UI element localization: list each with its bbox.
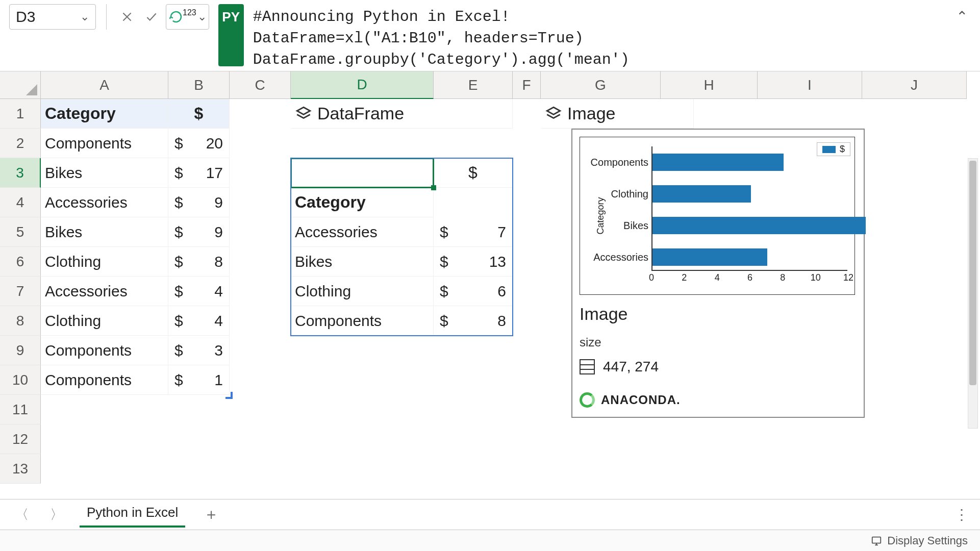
column-header[interactable]: F [513, 71, 541, 99]
table-row[interactable]: Clothing [41, 247, 168, 277]
card-size-label: size [580, 335, 857, 349]
df-row[interactable]: Bikes [291, 247, 434, 277]
dataframe-label[interactable]: DataFrame [291, 99, 513, 129]
table-row[interactable]: Bikes [41, 158, 168, 188]
anaconda-brand-row: ANACONDA. [580, 392, 857, 408]
column-header[interactable]: A [41, 71, 168, 99]
table-row[interactable]: Clothing [41, 306, 168, 336]
row-header[interactable]: 7 [0, 277, 41, 306]
fill-handle[interactable] [431, 185, 436, 190]
table-row[interactable]: $8 [168, 247, 230, 277]
row-header[interactable]: 9 [0, 336, 41, 365]
scrollbar-thumb[interactable] [969, 161, 976, 385]
anaconda-brand: ANACONDA. [601, 393, 681, 407]
vertical-scrollbar[interactable] [968, 158, 978, 429]
column-header[interactable]: D [291, 71, 434, 99]
formula-code[interactable]: #Announcing Python in Excel! DataFrame=x… [253, 4, 971, 67]
sheet-menu-button[interactable]: ⋮ [954, 506, 970, 523]
table-row[interactable]: Accessories [41, 188, 168, 217]
table-row[interactable]: Components [41, 365, 168, 395]
column-header[interactable]: I [758, 71, 862, 99]
row-header[interactable]: 4 [0, 188, 41, 217]
column-header[interactable]: B [168, 71, 230, 99]
python-mode-dropdown[interactable]: 123 ⌄ [166, 4, 209, 30]
bar-category-label: Accessories [587, 252, 648, 263]
column-headers: ABCDEFGHIJ [41, 71, 967, 99]
table-row[interactable]: $3 [168, 336, 230, 365]
bar [652, 154, 784, 171]
name-box[interactable]: D3 ⌄ [9, 4, 96, 30]
row-header[interactable]: 13 [0, 454, 41, 484]
column-header[interactable]: J [862, 71, 967, 99]
row-header[interactable]: 10 [0, 365, 41, 395]
cell-reference: D3 [16, 8, 35, 26]
table-header[interactable]: Category [41, 99, 168, 129]
add-sheet-button[interactable]: ＋ [196, 502, 226, 527]
anaconda-logo-icon [580, 392, 595, 408]
row-header[interactable]: 5 [0, 217, 41, 247]
row-header[interactable]: 6 [0, 247, 41, 277]
chevron-down-icon[interactable]: ⌄ [197, 10, 207, 23]
row-header[interactable]: 1 [0, 99, 41, 129]
df-row[interactable]: Components [291, 306, 434, 336]
table-header[interactable]: $ [168, 99, 230, 129]
table-row[interactable]: Accessories [41, 277, 168, 306]
spreadsheet-grid: ABCDEFGHIJ 12345678910111213 Category$Co… [0, 71, 980, 490]
select-all-corner[interactable] [0, 71, 41, 99]
table-row[interactable]: $17 [168, 158, 230, 188]
bar [652, 217, 866, 234]
sheet-tab[interactable]: Python in Excel [80, 502, 185, 528]
row-header[interactable]: 3 [0, 158, 41, 188]
x-tick-label: 0 [649, 272, 654, 283]
table-row[interactable]: $4 [168, 306, 230, 336]
row-header[interactable]: 8 [0, 306, 41, 336]
row-header[interactable]: 2 [0, 129, 41, 158]
image-label[interactable]: Image [541, 99, 694, 129]
svg-rect-0 [872, 537, 881, 543]
plot-area [651, 146, 847, 271]
column-header[interactable]: G [541, 71, 661, 99]
table-row[interactable]: Components [41, 336, 168, 365]
row-header[interactable]: 11 [0, 395, 41, 424]
display-settings-label[interactable]: Display Settings [887, 534, 968, 547]
column-header[interactable]: C [230, 71, 291, 99]
df-row[interactable]: $13 [434, 247, 513, 277]
image-preview-card: $CategoryComponentsClothingBikesAccessor… [571, 129, 865, 418]
x-tick-label: 10 [811, 272, 821, 283]
confirm-button[interactable] [141, 4, 162, 30]
grid-icon [580, 359, 595, 374]
df-row[interactable]: Accessories [291, 217, 434, 247]
check-icon [145, 10, 158, 23]
x-tick-label: 2 [682, 272, 687, 283]
next-sheet-button[interactable]: 〉 [45, 503, 68, 527]
separator [106, 4, 107, 30]
prev-sheet-button[interactable]: 〈 [10, 503, 34, 527]
table-row[interactable]: Components [41, 129, 168, 158]
table-row[interactable]: $1 [168, 365, 230, 395]
column-header[interactable]: H [661, 71, 758, 99]
collapse-formula-bar-button[interactable]: ⌃ [956, 8, 968, 25]
df-row[interactable]: Clothing [291, 277, 434, 306]
table-row[interactable]: $4 [168, 277, 230, 306]
active-cell-outline [290, 158, 434, 188]
sheet-tab-bar: 〈 〉 Python in Excel ＋ ⋮ [0, 499, 980, 530]
cancel-button[interactable] [117, 4, 137, 30]
df-row[interactable]: $8 [434, 306, 513, 336]
df-row[interactable]: $7 [434, 217, 513, 247]
x-tick-label: 4 [715, 272, 720, 283]
bar-category-label: Components [587, 157, 648, 168]
chevron-down-icon[interactable]: ⌄ [80, 10, 89, 23]
bar [652, 248, 767, 266]
df-col-header[interactable]: $ [434, 158, 513, 188]
column-header[interactable]: E [434, 71, 513, 99]
df-row[interactable]: $6 [434, 277, 513, 306]
bar [652, 185, 751, 203]
chart: $CategoryComponentsClothingBikesAccessor… [580, 137, 855, 295]
table-row[interactable]: Bikes [41, 217, 168, 247]
row-header[interactable]: 12 [0, 424, 41, 454]
table-row[interactable]: $9 [168, 188, 230, 217]
bar-category-label: Clothing [587, 188, 648, 200]
df-row-header[interactable]: Category [291, 188, 434, 217]
table-row[interactable]: $9 [168, 217, 230, 247]
table-row[interactable]: $20 [168, 129, 230, 158]
